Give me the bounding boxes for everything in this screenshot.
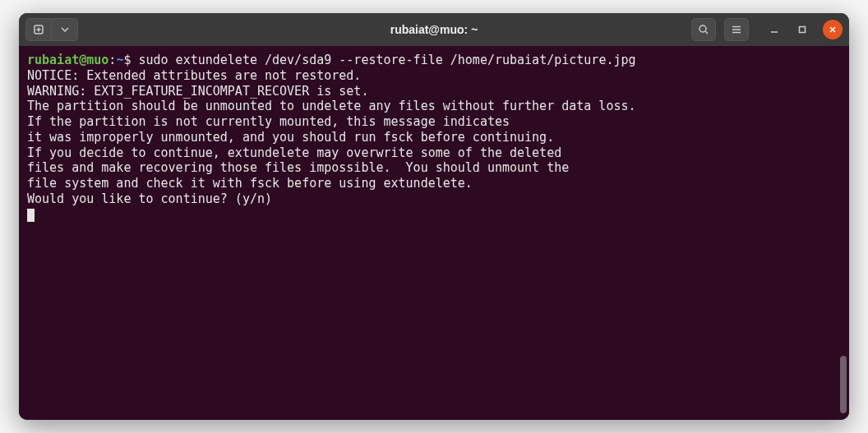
prompt-dollar: $ xyxy=(123,53,138,67)
chevron-down-icon xyxy=(61,25,69,34)
hamburger-icon xyxy=(731,24,742,35)
output-line: Would you like to continue? (y/n) xyxy=(27,191,841,207)
cursor-line xyxy=(27,207,841,223)
search-icon xyxy=(698,24,709,35)
terminal-body[interactable]: rubaiat@muo:~$ sudo extundelete /dev/sda… xyxy=(19,46,849,420)
output-line: The partition should be unmounted to und… xyxy=(27,99,841,114)
maximize-button[interactable] xyxy=(795,22,810,37)
menu-button[interactable] xyxy=(724,18,749,41)
output-line: WARNING: EXT3_FEATURE_INCOMPAT_RECOVER i… xyxy=(27,84,841,99)
output-line: If the partition is not currently mounte… xyxy=(27,114,841,130)
output-line: it was improperly unmounted, and you sho… xyxy=(27,130,841,145)
maximize-icon xyxy=(797,25,807,35)
output-line: NOTICE: Extended attributes are not rest… xyxy=(27,68,841,84)
tab-dropdown-button[interactable] xyxy=(52,18,78,41)
new-tab-button[interactable] xyxy=(25,18,52,41)
output-line: files and make recovering those files im… xyxy=(27,160,841,176)
terminal-cursor xyxy=(27,209,35,222)
titlebar-right-controls xyxy=(691,18,843,41)
minimize-icon xyxy=(769,25,779,35)
svg-rect-9 xyxy=(800,27,806,33)
close-icon xyxy=(829,25,837,34)
search-button[interactable] xyxy=(691,18,716,41)
minimize-button[interactable] xyxy=(767,22,782,37)
prompt-line: rubaiat@muo:~$ sudo extundelete /dev/sda… xyxy=(27,53,841,68)
output-line: If you decide to continue, extundelete m… xyxy=(27,145,841,161)
svg-point-3 xyxy=(699,25,706,32)
command-text: sudo extundelete /dev/sda9 --restore-fil… xyxy=(138,53,635,67)
prompt-user: rubaiat xyxy=(27,53,79,67)
window-controls xyxy=(767,20,843,39)
titlebar-left-controls xyxy=(25,18,78,41)
scrollbar-thumb[interactable] xyxy=(840,356,847,413)
terminal-window: rubaiat@muo: ~ xyxy=(19,13,849,420)
prompt-at: @ xyxy=(79,53,86,67)
output-line: file system and check it with fsck befor… xyxy=(27,176,841,191)
svg-line-4 xyxy=(705,31,708,34)
new-tab-icon xyxy=(32,23,45,36)
prompt-host: muo xyxy=(86,53,108,67)
close-button[interactable] xyxy=(823,20,843,39)
titlebar: rubaiat@muo: ~ xyxy=(19,13,849,46)
window-title: rubaiat@muo: ~ xyxy=(390,23,478,36)
